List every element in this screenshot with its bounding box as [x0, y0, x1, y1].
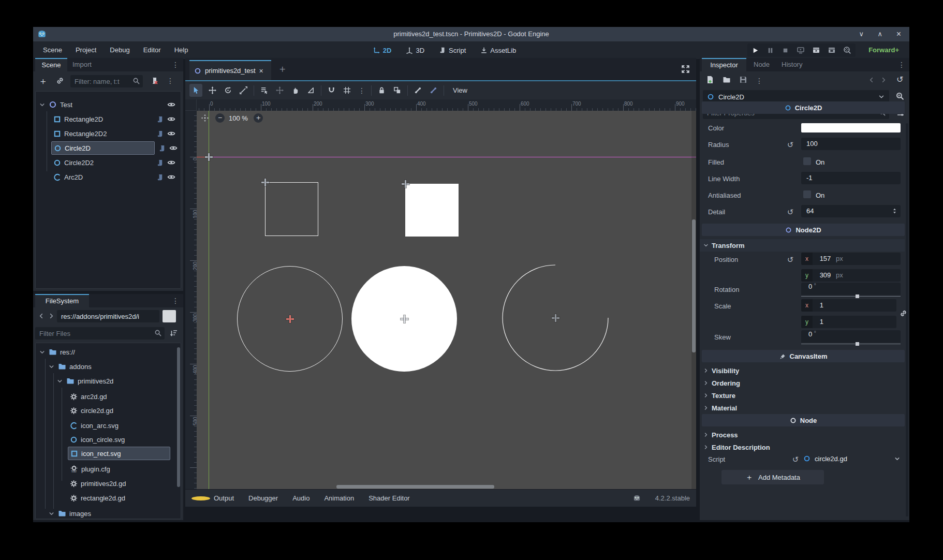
skeleton-options-icon[interactable] [412, 85, 423, 96]
menu-project[interactable]: Project [69, 41, 103, 59]
color-swatch[interactable] [801, 123, 901, 132]
fs-plugin-cfg[interactable]: plugin.cfg [70, 462, 176, 476]
fs-images[interactable]: images [48, 507, 176, 519]
move-tool-icon[interactable] [207, 85, 218, 96]
fs-icon-arc-svg[interactable]: icon_arc.svg [70, 419, 176, 432]
zoom-out-button[interactable]: − [215, 113, 225, 123]
scene-toolbar-menu-icon[interactable]: ⋮ [167, 77, 174, 85]
menu-scene[interactable]: Scene [36, 41, 69, 59]
sort-files-icon[interactable] [170, 329, 178, 337]
filesystem-scrollbar[interactable] [177, 347, 180, 487]
spinner-updown-icon[interactable] [891, 208, 898, 214]
scene-node-test[interactable]: Test [39, 98, 179, 111]
ik-chain-icon[interactable] [428, 85, 439, 96]
fs-rectangle2d-gd[interactable]: rectangle2d.gd [70, 491, 176, 505]
scene-node-rectangle2d[interactable]: Rectangle2D [53, 112, 179, 126]
canvas-viewport[interactable]: − 100 % ＋ [197, 111, 696, 489]
group-editor-description[interactable]: Editor Description [700, 441, 905, 453]
filesystem-path-input[interactable] [57, 310, 159, 322]
revert-script-icon[interactable]: ↺ [791, 455, 800, 464]
script-icon[interactable] [158, 144, 166, 152]
scene-node-arc2d[interactable]: Arc2D [53, 170, 179, 184]
revert-detail-icon[interactable]: ↺ [786, 208, 795, 217]
tab-import[interactable]: Import [72, 58, 92, 71]
canvas-hscrollbar-thumb[interactable] [336, 485, 494, 489]
group-material[interactable]: Material [700, 402, 905, 414]
eye-icon[interactable] [167, 173, 175, 181]
object-history-icon[interactable]: ↺ [896, 75, 903, 84]
add-node-button[interactable]: ＋ [38, 75, 48, 87]
line-width-value[interactable]: -1 [801, 172, 901, 184]
detail-value[interactable]: 64 [801, 205, 901, 217]
close-tab-icon[interactable]: × [259, 67, 263, 75]
scale-link-icon[interactable] [900, 310, 907, 317]
fs-primitives2d-gd[interactable]: primitives2d.gd [70, 477, 176, 490]
menu-debug[interactable]: Debug [103, 41, 136, 59]
fs-circle2d-gd[interactable]: circle2d.gd [70, 404, 176, 417]
smart-snap-icon[interactable] [326, 85, 337, 96]
workspace-script[interactable]: Script [439, 47, 466, 54]
bottom-tab-animation[interactable]: Animation [317, 494, 361, 502]
rotation-field[interactable]: 0 ° [801, 283, 901, 295]
bottom-tab-shader-editor[interactable]: Shader Editor [361, 494, 417, 502]
position-y-field[interactable]: y 309 px [801, 269, 901, 282]
nav-forward-icon[interactable] [48, 312, 55, 320]
script-value[interactable]: circle2d.gd [803, 452, 901, 465]
tab-node[interactable]: Node [754, 58, 770, 71]
pause-button[interactable] [767, 47, 774, 54]
resource-options-icon[interactable]: ⋮ [756, 77, 763, 85]
fs-res-root[interactable]: res:// [39, 345, 175, 359]
play-scene-button[interactable] [812, 46, 820, 54]
filesystem-path[interactable] [57, 310, 159, 322]
bottom-tab-output[interactable]: Output [210, 494, 241, 502]
workspace-assetlib[interactable]: AssetLib [480, 47, 516, 54]
tab-scene[interactable]: Scene [35, 58, 67, 71]
rectangle2d-outline-shape[interactable] [265, 182, 318, 236]
script-icon[interactable] [156, 115, 164, 123]
skew-slider[interactable] [801, 344, 901, 344]
antialiased-checkbox[interactable] [803, 190, 811, 198]
detach-script-icon[interactable] [150, 77, 158, 85]
fs-icon-circle-svg[interactable]: icon_circle.svg [70, 433, 176, 446]
workspace-3d[interactable]: 3D [406, 47, 424, 54]
select-tool-icon[interactable] [189, 84, 202, 97]
zoom-in-button[interactable]: ＋ [254, 113, 263, 123]
group-node-icon[interactable] [392, 85, 403, 96]
filesystem-filter-input[interactable] [35, 327, 165, 340]
fs-primitives2d[interactable]: primitives2d [56, 374, 176, 388]
radius-value[interactable]: 100 [801, 138, 901, 150]
minimize-button[interactable]: ∨ [859, 27, 864, 41]
group-visibility[interactable]: Visibility [700, 364, 905, 377]
history-back-icon[interactable] [867, 76, 875, 84]
version-label[interactable]: 4.2.2.stable [648, 494, 696, 502]
rotate-tool-icon[interactable] [223, 85, 233, 96]
pan-tool-icon[interactable] [290, 85, 301, 96]
expand-viewport-icon[interactable] [681, 65, 690, 73]
new-resource-icon[interactable] [706, 76, 714, 84]
rectangle2d2-filled-shape[interactable] [405, 184, 459, 237]
ruler-corner[interactable] [185, 99, 197, 111]
add-metadata-button[interactable]: ＋ Add Metadata [721, 470, 824, 484]
play-custom-scene-button[interactable] [828, 46, 836, 54]
save-resource-icon[interactable] [739, 76, 747, 84]
instance-scene-icon[interactable] [56, 77, 64, 85]
skew-field[interactable]: 0 ° [801, 330, 901, 343]
scene-filter-input[interactable] [70, 75, 143, 87]
workspace-2d[interactable]: 2D [373, 47, 392, 54]
eye-icon[interactable] [167, 158, 175, 167]
tab-inspector[interactable]: Inspector [702, 58, 746, 71]
position-x-field[interactable]: x 157 px [801, 253, 901, 265]
pivot-tool-icon[interactable] [274, 85, 285, 96]
inspector-scrollbar[interactable] [906, 123, 908, 517]
section-circle2d[interactable]: Circle2D [702, 101, 905, 114]
grid-snap-icon[interactable] [342, 85, 352, 96]
rotation-slider[interactable] [801, 296, 901, 297]
section-node2d[interactable]: Node2D [702, 224, 905, 236]
remote-debug-icon[interactable] [797, 46, 805, 54]
canvas-vscrollbar-thumb[interactable] [692, 219, 696, 352]
list-select-tool-icon[interactable] [259, 85, 270, 96]
script-icon[interactable] [156, 173, 164, 181]
nav-back-icon[interactable] [37, 312, 45, 320]
close-button[interactable]: × [896, 27, 901, 41]
script-icon[interactable] [156, 159, 164, 167]
